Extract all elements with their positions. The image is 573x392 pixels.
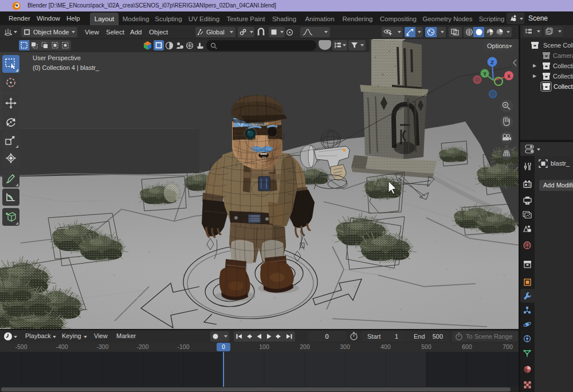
- svg-text:(0) Collection 4 | blastr_: (0) Collection 4 | blastr_: [33, 64, 100, 71]
- svg-text:User Perspective: User Perspective: [33, 54, 81, 61]
- svg-text:X: X: [507, 73, 511, 79]
- svg-text:Y: Y: [483, 71, 486, 77]
- svg-text:Z: Z: [490, 60, 494, 65]
